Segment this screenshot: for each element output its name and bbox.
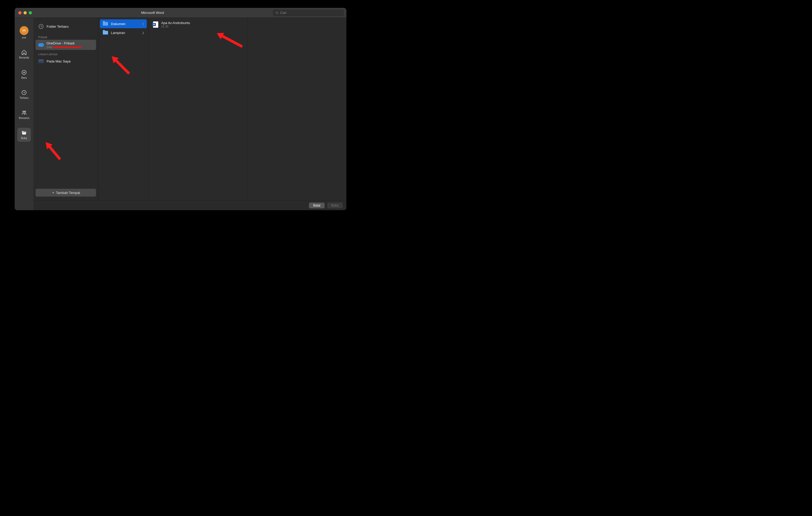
folder-lampiran[interactable]: Lampiran ❯ xyxy=(100,28,147,37)
add-place-label: Tambah Tempat xyxy=(56,191,80,195)
dialog-footer: Batal Buka xyxy=(33,200,346,210)
folder-open-icon xyxy=(21,130,27,136)
clock-icon xyxy=(21,90,27,95)
plus-icon: ＋ xyxy=(52,190,55,195)
on-mac-label: Pada Mac Saya xyxy=(47,59,93,63)
file-name: Apa itu Androbuntu xyxy=(161,21,243,25)
section-personal: Pribadi xyxy=(36,33,96,40)
folder-icon xyxy=(103,21,108,27)
nav-shared[interactable]: Bersama xyxy=(17,108,31,122)
nav-label: Beranda xyxy=(19,56,29,59)
nav-open[interactable]: Buka xyxy=(17,128,31,142)
cancel-button[interactable]: Batal xyxy=(309,203,324,208)
nav-new[interactable]: Baru xyxy=(17,67,31,81)
chevron-right-icon: ❯ xyxy=(142,31,144,34)
window-title: Microsoft Word xyxy=(32,11,273,14)
titlebar: Microsoft Word Cari xyxy=(14,8,346,18)
open-button[interactable]: Buka xyxy=(327,203,343,208)
svg-point-7 xyxy=(24,111,26,113)
nav-label: yus xyxy=(22,36,26,39)
section-other: Lokasi Lainnya xyxy=(36,50,96,57)
nav-recent[interactable]: Terbaru xyxy=(17,88,31,101)
clock-icon xyxy=(38,24,44,29)
recent-folders[interactable]: Folder Terbaru xyxy=(36,20,96,33)
svg-line-1 xyxy=(278,13,278,14)
svg-point-6 xyxy=(23,111,24,113)
file-time: 21.33 xyxy=(161,25,243,28)
open-file-window: Microsoft Word Cari YY yus Beranda xyxy=(14,8,346,210)
nav-label: Baru xyxy=(21,76,27,79)
onedrive-label: OneDrive - Pribadi xyxy=(47,41,93,45)
nav-label: Bersama xyxy=(19,117,29,119)
word-doc-icon xyxy=(153,22,158,27)
avatar: YY xyxy=(20,26,29,35)
onedrive-email: yusy xyxy=(47,45,93,48)
window-controls xyxy=(14,11,32,14)
add-place-button[interactable]: ＋ Tambah Tempat xyxy=(36,189,96,196)
home-icon xyxy=(21,50,27,55)
files-panel: Apa itu Androbuntu 21.33 xyxy=(149,18,248,200)
folder-label: Lampiran xyxy=(111,31,139,35)
nav-home[interactable]: Beranda xyxy=(17,47,31,61)
folder-dokumen[interactable]: Dokumen ❯ xyxy=(100,19,147,28)
minimize-window-button[interactable] xyxy=(24,11,27,14)
preview-panel xyxy=(248,18,347,200)
locations-panel: Folder Terbaru Pribadi OneDrive - Pribad… xyxy=(33,18,98,200)
search-icon xyxy=(276,11,279,14)
folder-icon xyxy=(103,30,108,35)
location-onedrive[interactable]: OneDrive - Pribadi yusy xyxy=(36,40,96,50)
plus-circle-icon xyxy=(21,69,27,75)
close-window-button[interactable] xyxy=(18,11,22,14)
mac-icon xyxy=(38,58,44,64)
nav-rail: YY yus Beranda Baru Terbaru xyxy=(14,18,33,210)
nav-label: Terbaru xyxy=(20,96,29,99)
location-on-mac[interactable]: Pada Mac Saya xyxy=(36,57,96,66)
folder-label: Dokumen xyxy=(111,22,139,26)
recent-folders-label: Folder Terbaru xyxy=(47,25,93,29)
maximize-window-button[interactable] xyxy=(29,11,32,14)
onedrive-icon xyxy=(38,42,44,48)
search-input[interactable]: Cari xyxy=(273,10,344,16)
nav-profile[interactable]: YY yus xyxy=(17,24,31,41)
people-icon xyxy=(21,110,27,116)
redacted-text xyxy=(53,47,81,48)
nav-label: Buka xyxy=(21,137,27,140)
chevron-right-icon: ❯ xyxy=(142,23,144,25)
search-placeholder: Cari xyxy=(280,11,286,14)
file-item[interactable]: Apa itu Androbuntu 21.33 xyxy=(150,19,246,30)
folders-panel: Dokumen ❯ Lampiran ❯ xyxy=(98,18,149,200)
svg-point-0 xyxy=(276,12,278,13)
